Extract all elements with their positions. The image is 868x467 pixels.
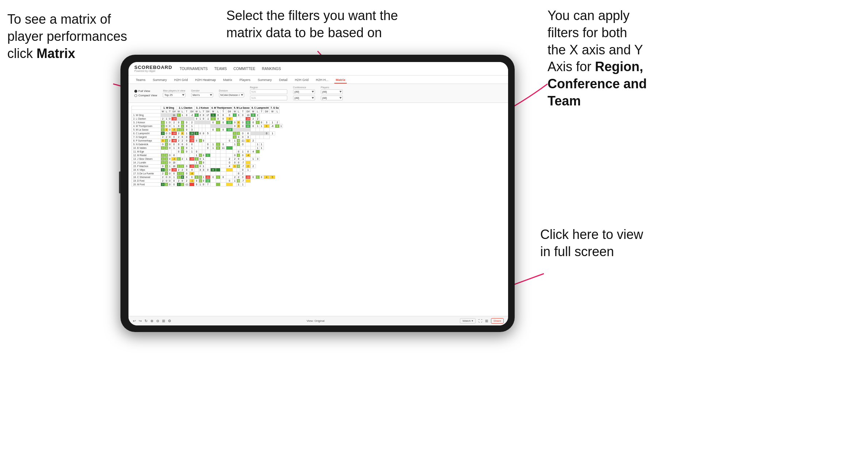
nav-committee[interactable]: COMMITTEE (233, 66, 255, 72)
table-row: 4. M Thorbjornsen10010101040110110-601 (132, 124, 283, 128)
matrix-cell: 1 (233, 132, 237, 135)
grid2-icon[interactable]: ⊞ (485, 319, 488, 323)
matrix-cell (245, 128, 250, 132)
matrix-cell: 0 (195, 139, 199, 143)
nav-teams[interactable]: TEAMS (214, 66, 227, 72)
matrix-cell (205, 172, 210, 175)
division-label: Division (219, 89, 244, 92)
view-options: Full View Compact View (134, 89, 157, 97)
division-select[interactable]: NCAA Division I (219, 93, 244, 97)
matrix-cell: 1 (202, 165, 205, 168)
subnav-h2h-grid2[interactable]: H2H Grid (293, 77, 310, 84)
matrix-cell: 1 (237, 143, 240, 146)
matrix-cell (172, 150, 177, 154)
subnav-matrix[interactable]: Matrix (222, 77, 234, 84)
matrix-cell (205, 135, 210, 139)
matrix-cell: 0 (184, 139, 189, 143)
matrix-cell: 14 (226, 128, 233, 132)
matrix-cell (161, 150, 165, 154)
matrix-cell: 8 (210, 168, 216, 172)
matrix-cell: 1 (199, 175, 202, 179)
settings-icon[interactable]: ⚙ (168, 319, 171, 323)
matrix-cell: 2 (226, 157, 233, 161)
matrix-cell: 0 (165, 179, 168, 183)
matrix-cell: -6 (270, 124, 275, 128)
fullscreen-icon[interactable]: ⛶ (479, 319, 482, 323)
full-view-option[interactable]: Full View (134, 89, 157, 93)
compact-view-option[interactable]: Compact View (134, 94, 157, 97)
conference-select[interactable]: (All) (293, 89, 315, 94)
matrix-cell (205, 121, 210, 124)
matrix-cell: 0 (202, 183, 205, 186)
matrix-cell: 0 (184, 121, 189, 124)
matrix-cell: 6 (245, 132, 250, 135)
zoom-in-icon[interactable]: ⊕ (150, 319, 153, 323)
region-input2[interactable] (250, 96, 287, 100)
players-select2[interactable]: (All) (321, 96, 343, 100)
ann-tl-line3-prefix: click (7, 46, 37, 61)
share-button[interactable]: Share (491, 318, 504, 324)
max-players-select[interactable]: Top 25 (163, 93, 185, 97)
matrix-cell: 0 (251, 113, 256, 117)
matrix-cell: 0 (199, 157, 202, 161)
subnav-players[interactable]: Players (238, 77, 252, 84)
nav-tournaments[interactable]: TOURNAMENTS (180, 66, 208, 72)
matrix-table: 1. W Ding 2. L Clanton 3. J Koivun 4. M … (131, 106, 283, 186)
matrix-cell (195, 172, 199, 175)
matrix-cell (237, 128, 240, 132)
matrix-cell: 1 (189, 150, 195, 154)
matrix-cell (237, 168, 240, 172)
matrix-cell (181, 161, 184, 165)
matrix-cell (226, 124, 233, 128)
matrix-cell: 2 (199, 113, 202, 117)
matrix-cell: 1 (172, 124, 177, 128)
matrix-cell: 3 (161, 168, 165, 172)
subnav-h2h-h[interactable]: H2H H... (314, 77, 330, 84)
subnav-matrix-active[interactable]: Matrix (334, 77, 347, 84)
gender-select[interactable]: Men's (191, 93, 213, 97)
sh-l4: L (216, 110, 220, 113)
matrix-cell: 1 (237, 183, 240, 186)
matrix-cell: 1 (177, 128, 181, 132)
watch-button[interactable]: Watch ▾ (460, 318, 476, 324)
matrix-cell (237, 146, 240, 150)
matrix-cell: 0 (168, 121, 172, 124)
sh-l3: L (199, 110, 202, 113)
region-input[interactable] (250, 89, 287, 94)
zoom-out-icon[interactable]: ⊖ (156, 319, 159, 323)
subnav-h2h-grid[interactable]: H2H Grid (173, 77, 189, 84)
matrix-cell: 0 (168, 117, 172, 121)
matrix-cell: 0 (260, 175, 264, 179)
matrix-cell (216, 150, 220, 154)
matrix-cell: 1 (168, 165, 172, 168)
matrix-cell (251, 128, 256, 132)
matrix-cell (226, 135, 233, 139)
ann-tl-line2: player performances (7, 29, 127, 44)
players-select[interactable]: (All) (321, 89, 343, 94)
matrix-cell: 3 (177, 183, 181, 186)
matrix-area[interactable]: 1. W Ding 2. L Clanton 3. J Koivun 4. M … (128, 103, 508, 316)
matrix-cell (216, 161, 220, 165)
tablet-device: SCOREBOARD Powered by clippd TOURNAMENTS… (120, 55, 515, 332)
redo-icon[interactable]: ↪ (139, 319, 142, 323)
table-row: 6. C Lamprecht300-16241243005110601 (132, 132, 283, 135)
matrix-cell: 0 (237, 172, 240, 175)
subnav-h2h-heatmap[interactable]: H2H Heatmap (194, 77, 218, 84)
subnav-detail[interactable]: Detail (278, 77, 289, 84)
subnav-summary[interactable]: Summary (151, 77, 169, 84)
matrix-cell: 0 (205, 146, 210, 150)
undo-icon[interactable]: ↩ (133, 319, 136, 323)
matrix-cell: 5 (161, 139, 165, 143)
conference-select2[interactable]: (All) (293, 96, 315, 100)
nav-rankings[interactable]: RANKINGS (262, 66, 281, 72)
subnav-teams[interactable]: Teams (134, 77, 147, 84)
matrix-cell: -24 (245, 117, 250, 121)
matrix-cell (161, 113, 165, 117)
grid-icon[interactable]: ⊞ (162, 319, 165, 323)
matrix-cell: 1 (161, 121, 165, 124)
refresh-icon[interactable]: ↻ (145, 319, 147, 323)
subnav-summary2[interactable]: Summary (256, 77, 273, 84)
table-row: 8. P Summerhays512-48220-16010010-1112 (132, 139, 283, 143)
matrix-cell: 0 (189, 143, 195, 146)
matrix-cell: 2 (256, 117, 260, 121)
